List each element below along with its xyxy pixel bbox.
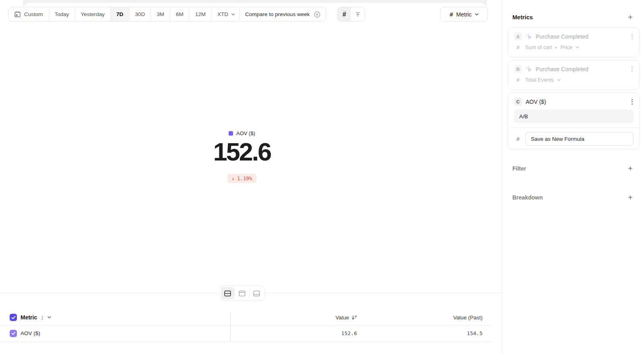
metric-count: 1 — [41, 315, 44, 321]
select-all-checkbox[interactable] — [10, 314, 17, 321]
breakdown-title: Breakdown — [512, 194, 543, 201]
chevron-down-icon — [576, 46, 579, 49]
legend-label: AOV ($) — [236, 130, 255, 136]
date-range-30d[interactable]: 30D — [129, 7, 151, 21]
toggle-separator — [249, 288, 250, 298]
number-aggregation-icon: # — [514, 44, 522, 50]
date-range-7d[interactable]: 7D — [111, 7, 129, 21]
formula-metric-name[interactable]: AOV ($) — [526, 99, 546, 105]
add-metric-button[interactable]: + — [628, 13, 633, 21]
metric-badge: A — [514, 33, 522, 40]
toggle-separator — [235, 288, 235, 298]
save-as-new-formula-button[interactable]: Save as New Formula — [525, 132, 634, 146]
event-icon — [526, 33, 532, 40]
date-range-yesterday[interactable]: Yesterday — [75, 7, 111, 21]
query-builder-sidebar: Metrics + A Purchase Completed # Sum of … — [502, 0, 644, 354]
metric-button-label: Metric — [456, 11, 472, 18]
event-icon — [526, 66, 532, 72]
metric-value: 152.6 — [213, 138, 271, 165]
chart-view-button[interactable] — [235, 287, 249, 299]
legend-swatch — [229, 131, 233, 136]
panel-layout-toggle — [219, 286, 265, 301]
split-view-button[interactable] — [221, 287, 234, 299]
arrow-up-to-line-icon — [355, 11, 361, 18]
value-past-column-header[interactable]: Value (Past) — [453, 315, 483, 321]
number-aggregation-icon: # — [514, 77, 522, 83]
metric-card-b[interactable]: B Purchase Completed # Total Events — [508, 60, 640, 90]
metric-column-header: Metric — [21, 314, 37, 321]
chevron-down-icon — [231, 13, 235, 16]
date-range-custom[interactable]: Custom — [8, 7, 49, 21]
aggregation-property[interactable]: Price — [561, 44, 573, 50]
compare-pill-label: Compare to previous week — [245, 11, 310, 17]
metric-card-a[interactable]: A Purchase Completed # Sum of cart ▸ Pri… — [508, 27, 640, 58]
metric-badge: C — [514, 98, 522, 105]
card-menu-icon[interactable] — [631, 33, 634, 40]
row-value: 152.6 — [341, 330, 357, 336]
card-menu-icon[interactable] — [631, 98, 634, 105]
filter-title: Filter — [512, 165, 526, 172]
delta-badge: ↓ 1.19% — [227, 174, 256, 183]
chevron-down-icon — [475, 13, 479, 16]
delta-value: 1.19% — [237, 175, 252, 181]
delta-row: ↓ 1.19% — [0, 174, 484, 183]
formula-text: A/B — [519, 113, 528, 119]
date-range-3m[interactable]: 3M — [151, 7, 170, 21]
sort-descending-icon[interactable] — [351, 315, 357, 320]
aggregation-label[interactable]: Sum of cart — [525, 44, 552, 50]
formula-input[interactable]: A/B — [514, 109, 634, 123]
metric-badge: B — [514, 65, 522, 73]
aggregation-label[interactable]: Total Events — [525, 77, 554, 83]
hash-icon: # — [343, 11, 346, 18]
hash-icon: # — [450, 11, 453, 18]
number-aggregation-icon: # — [514, 136, 522, 142]
arrow-down-icon: ↓ — [231, 175, 235, 181]
metric-event-name[interactable]: Purchase Completed — [536, 66, 588, 72]
date-range-12m[interactable]: 12M — [190, 7, 212, 21]
metric-card-c[interactable]: C AOV ($) A/B # Save as New Formula — [508, 93, 640, 149]
chart-legend: AOV ($) — [0, 130, 484, 136]
table-view-button[interactable] — [250, 287, 263, 299]
absolute-number-toggle[interactable]: # — [338, 7, 351, 21]
row-checkbox[interactable] — [10, 330, 17, 337]
metrics-title: Metrics — [512, 14, 533, 21]
card-divider — [508, 128, 639, 128]
date-range-6m[interactable]: 6M — [170, 7, 190, 21]
chevron-down-icon — [557, 79, 561, 81]
value-column-header[interactable]: Value — [335, 315, 349, 321]
lift-arrow-toggle[interactable] — [351, 7, 364, 21]
table-divider — [0, 342, 492, 342]
card-menu-icon[interactable] — [631, 66, 634, 73]
date-range-control: Custom Today Yesterday 7D 30D 3M 6M 12M … — [8, 7, 241, 22]
date-range-today[interactable]: Today — [49, 7, 75, 21]
remove-compare-icon[interactable] — [314, 11, 321, 18]
add-breakdown-button[interactable]: + — [628, 193, 633, 202]
chevron-down-icon[interactable] — [47, 316, 51, 319]
metric-event-name[interactable]: Purchase Completed — [536, 33, 588, 40]
breakdown-section-header: Breakdown + — [512, 193, 633, 202]
date-range-label: Custom — [24, 11, 43, 17]
table-header-row: Metric 1 Value Value (Past) — [0, 310, 492, 325]
row-metric-label: AOV ($) — [21, 330, 40, 336]
results-table: Metric 1 Value Value (Past) — [0, 310, 492, 342]
filter-section-header: Filter + — [512, 164, 633, 173]
date-range-xtd[interactable]: XTD — [212, 7, 241, 21]
table-row[interactable]: AOV ($) 152.6 154.5 — [0, 325, 492, 342]
compare-pill[interactable]: Compare to previous week — [239, 7, 326, 22]
column-divider — [230, 312, 231, 342]
add-filter-button[interactable]: + — [628, 165, 633, 173]
metrics-section-header: Metrics + — [512, 13, 633, 22]
row-value-past: 154.5 — [467, 330, 483, 336]
view-toggle-wrap — [0, 286, 484, 301]
metric-type-button[interactable]: # Metric — [440, 7, 488, 22]
value-display-toggle: # — [337, 7, 365, 22]
property-arrow-icon: ▸ — [555, 45, 557, 49]
big-number-row: 152.6 — [0, 138, 484, 165]
calendar-icon — [14, 11, 21, 18]
report-toolbar: Custom Today Yesterday 7D 30D 3M 6M 12M … — [0, 0, 502, 24]
